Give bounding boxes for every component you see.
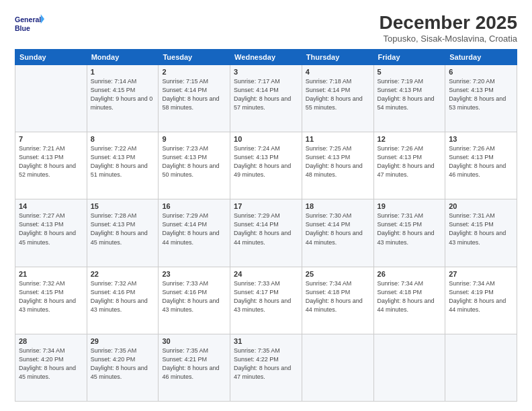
calendar-cell: 14 Sunrise: 7:27 AMSunset: 4:13 PMDaylig… [15,199,87,267]
day-number: 13 [449,135,513,143]
day-number: 14 [19,202,83,210]
svg-text:Blue: Blue [15,24,30,32]
cell-sunrise: Sunrise: 7:32 AMSunset: 4:16 PMDaylight:… [91,280,148,313]
cell-sunrise: Sunrise: 7:30 AMSunset: 4:14 PMDaylight:… [306,212,363,245]
day-number: 28 [19,337,83,345]
cell-sunrise: Sunrise: 7:34 AMSunset: 4:18 PMDaylight:… [378,280,435,313]
cell-sunrise: Sunrise: 7:20 AMSunset: 4:13 PMDaylight:… [449,78,506,111]
calendar-week-5: 28 Sunrise: 7:34 AMSunset: 4:20 PMDaylig… [15,334,517,401]
calendar-header-row: SundayMondayTuesdayWednesdayThursdayFrid… [15,50,517,65]
calendar-cell [445,334,517,401]
location: Topusko, Sisak-Moslavina, Croatia [380,34,517,44]
day-number: 4 [306,68,370,76]
calendar-cell: 12 Sunrise: 7:26 AMSunset: 4:13 PMDaylig… [373,132,445,199]
header-friday: Friday [373,50,445,65]
calendar-cell: 18 Sunrise: 7:30 AMSunset: 4:14 PMDaylig… [302,199,373,267]
cell-sunrise: Sunrise: 7:26 AMSunset: 4:13 PMDaylight:… [449,145,506,178]
calendar-cell: 16 Sunrise: 7:29 AMSunset: 4:14 PMDaylig… [159,199,230,267]
day-number: 6 [449,68,513,76]
calendar-cell [15,65,87,132]
day-number: 10 [234,135,298,143]
calendar-table: SundayMondayTuesdayWednesdayThursdayFrid… [15,49,517,402]
day-number: 17 [234,202,298,210]
day-number: 21 [19,270,83,278]
cell-sunrise: Sunrise: 7:18 AMSunset: 4:14 PMDaylight:… [306,78,363,111]
header: General Blue December 2025 Topusko, Sisa… [15,12,517,44]
calendar-cell: 2 Sunrise: 7:15 AMSunset: 4:14 PMDayligh… [159,65,230,132]
calendar-cell: 21 Sunrise: 7:32 AMSunset: 4:15 PMDaylig… [15,267,87,334]
day-number: 19 [378,202,442,210]
cell-sunrise: Sunrise: 7:25 AMSunset: 4:13 PMDaylight:… [306,145,363,178]
page: General Blue December 2025 Topusko, Sisa… [0,0,532,411]
calendar-cell: 3 Sunrise: 7:17 AMSunset: 4:14 PMDayligh… [230,65,302,132]
day-number: 3 [234,68,298,76]
calendar-cell: 20 Sunrise: 7:31 AMSunset: 4:15 PMDaylig… [445,199,517,267]
day-number: 20 [449,202,513,210]
calendar-cell: 11 Sunrise: 7:25 AMSunset: 4:13 PMDaylig… [302,132,373,199]
header-monday: Monday [87,50,159,65]
day-number: 7 [19,135,83,143]
header-tuesday: Tuesday [159,50,230,65]
calendar-cell: 6 Sunrise: 7:20 AMSunset: 4:13 PMDayligh… [445,65,517,132]
day-number: 5 [378,68,442,76]
calendar-cell: 31 Sunrise: 7:35 AMSunset: 4:22 PMDaylig… [230,334,302,401]
calendar-cell: 23 Sunrise: 7:33 AMSunset: 4:16 PMDaylig… [159,267,230,334]
calendar-week-2: 7 Sunrise: 7:21 AMSunset: 4:13 PMDayligh… [15,132,517,199]
calendar-cell: 22 Sunrise: 7:32 AMSunset: 4:16 PMDaylig… [87,267,159,334]
cell-sunrise: Sunrise: 7:15 AMSunset: 4:14 PMDaylight:… [162,78,219,111]
day-number: 9 [162,135,226,143]
day-number: 18 [306,202,370,210]
cell-sunrise: Sunrise: 7:24 AMSunset: 4:13 PMDaylight:… [234,145,291,178]
calendar-cell: 4 Sunrise: 7:18 AMSunset: 4:14 PMDayligh… [302,65,373,132]
day-number: 12 [378,135,442,143]
title-block: December 2025 Topusko, Sisak-Moslavina, … [380,12,517,44]
day-number: 23 [162,270,226,278]
cell-sunrise: Sunrise: 7:26 AMSunset: 4:13 PMDaylight:… [378,145,435,178]
calendar-week-4: 21 Sunrise: 7:32 AMSunset: 4:15 PMDaylig… [15,267,517,334]
calendar-cell: 13 Sunrise: 7:26 AMSunset: 4:13 PMDaylig… [445,132,517,199]
cell-sunrise: Sunrise: 7:22 AMSunset: 4:13 PMDaylight:… [91,145,148,178]
header-wednesday: Wednesday [230,50,302,65]
day-number: 26 [378,270,442,278]
day-number: 31 [234,337,298,345]
day-number: 2 [162,68,226,76]
calendar-cell: 24 Sunrise: 7:33 AMSunset: 4:17 PMDaylig… [230,267,302,334]
cell-sunrise: Sunrise: 7:29 AMSunset: 4:14 PMDaylight:… [162,212,219,245]
cell-sunrise: Sunrise: 7:31 AMSunset: 4:15 PMDaylight:… [449,212,506,245]
cell-sunrise: Sunrise: 7:34 AMSunset: 4:20 PMDaylight:… [19,347,76,380]
cell-sunrise: Sunrise: 7:27 AMSunset: 4:13 PMDaylight:… [19,212,76,245]
day-number: 24 [234,270,298,278]
header-saturday: Saturday [445,50,517,65]
calendar-cell: 19 Sunrise: 7:31 AMSunset: 4:15 PMDaylig… [373,199,445,267]
day-number: 27 [449,270,513,278]
day-number: 15 [91,202,155,210]
cell-sunrise: Sunrise: 7:28 AMSunset: 4:13 PMDaylight:… [91,212,148,245]
calendar-week-3: 14 Sunrise: 7:27 AMSunset: 4:13 PMDaylig… [15,199,517,267]
cell-sunrise: Sunrise: 7:31 AMSunset: 4:15 PMDaylight:… [378,212,435,245]
logo: General Blue [15,12,44,38]
day-number: 22 [91,270,155,278]
calendar-cell: 28 Sunrise: 7:34 AMSunset: 4:20 PMDaylig… [15,334,87,401]
calendar-cell: 5 Sunrise: 7:19 AMSunset: 4:13 PMDayligh… [373,65,445,132]
cell-sunrise: Sunrise: 7:14 AMSunset: 4:15 PMDaylight:… [91,78,153,111]
cell-sunrise: Sunrise: 7:32 AMSunset: 4:15 PMDaylight:… [19,280,76,313]
general-blue-logo-icon: General Blue [15,12,44,38]
calendar-cell: 17 Sunrise: 7:29 AMSunset: 4:14 PMDaylig… [230,199,302,267]
cell-sunrise: Sunrise: 7:35 AMSunset: 4:21 PMDaylight:… [162,347,219,380]
logo-wrap: General Blue [15,12,44,38]
calendar-cell: 10 Sunrise: 7:24 AMSunset: 4:13 PMDaylig… [230,132,302,199]
cell-sunrise: Sunrise: 7:33 AMSunset: 4:17 PMDaylight:… [234,280,291,313]
calendar-cell: 29 Sunrise: 7:35 AMSunset: 4:20 PMDaylig… [87,334,159,401]
cell-sunrise: Sunrise: 7:34 AMSunset: 4:19 PMDaylight:… [449,280,506,313]
calendar-cell: 7 Sunrise: 7:21 AMSunset: 4:13 PMDayligh… [15,132,87,199]
calendar-cell: 27 Sunrise: 7:34 AMSunset: 4:19 PMDaylig… [445,267,517,334]
day-number: 1 [91,68,155,76]
header-thursday: Thursday [302,50,373,65]
cell-sunrise: Sunrise: 7:34 AMSunset: 4:18 PMDaylight:… [306,280,363,313]
day-number: 29 [91,337,155,345]
svg-marker-2 [41,14,44,24]
calendar-cell: 9 Sunrise: 7:23 AMSunset: 4:13 PMDayligh… [159,132,230,199]
month-title: December 2025 [380,12,517,34]
calendar-cell: 8 Sunrise: 7:22 AMSunset: 4:13 PMDayligh… [87,132,159,199]
calendar-week-1: 1 Sunrise: 7:14 AMSunset: 4:15 PMDayligh… [15,65,517,132]
